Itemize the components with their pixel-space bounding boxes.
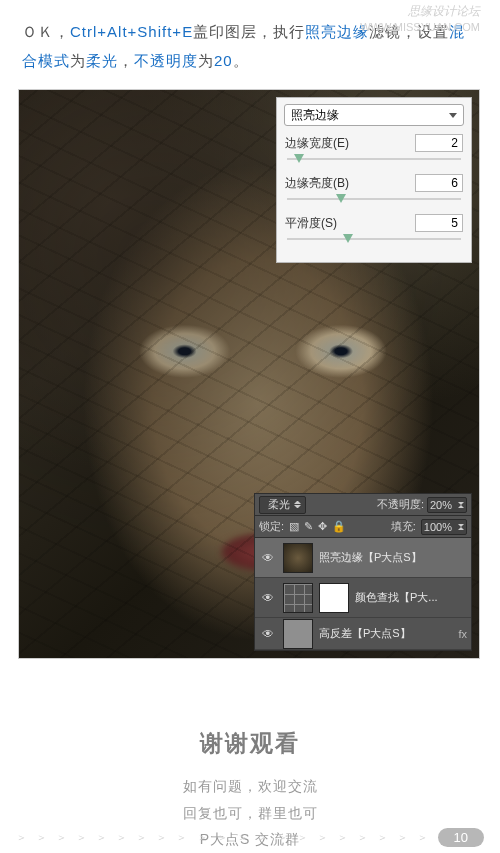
blend-mode-value: 柔光 bbox=[268, 497, 290, 512]
stepper-icon bbox=[458, 524, 464, 530]
fill-label: 填充: bbox=[391, 519, 416, 534]
watermark-url: WWW.MISSYUAN.COM bbox=[360, 20, 480, 34]
layer-name: 颜色查找【P大... bbox=[355, 590, 467, 605]
chevron-down-icon bbox=[449, 113, 457, 118]
footer-thanks: 谢谢观看 bbox=[0, 728, 500, 759]
param-smoothness: 平滑度(S) 5 bbox=[285, 214, 463, 232]
visibility-eye-icon[interactable]: 👁 bbox=[259, 591, 277, 605]
smoothness-value[interactable]: 5 bbox=[415, 214, 463, 232]
preview-image: 照亮边缘 边缘宽度(E) 2 边缘亮度(B) 6 平滑度(S) 5 bbox=[18, 89, 480, 659]
fill-value[interactable]: 100% bbox=[421, 519, 467, 535]
layer-name: 高反差【P大点S】 bbox=[319, 626, 452, 641]
slider-thumb-icon[interactable] bbox=[294, 154, 304, 163]
blend-mode-select[interactable]: 柔光 bbox=[259, 496, 306, 514]
layer-style-icon[interactable]: fx bbox=[458, 628, 467, 640]
layer-name: 照亮边缘【P大点S】 bbox=[319, 550, 467, 565]
layer-row[interactable]: 👁 照亮边缘【P大点S】 bbox=[255, 538, 471, 578]
opacity-label: 不透明度: bbox=[377, 497, 424, 512]
page-number-badge: 10 bbox=[438, 828, 484, 847]
filter-select-value: 照亮边缘 bbox=[291, 107, 339, 124]
param-edge-brightness: 边缘亮度(B) 6 bbox=[285, 174, 463, 192]
watermark-cn: 思缘设计论坛 bbox=[360, 4, 480, 20]
slider-thumb-icon[interactable] bbox=[336, 194, 346, 203]
filter-dialog: 照亮边缘 边缘宽度(E) 2 边缘亮度(B) 6 平滑度(S) 5 bbox=[276, 97, 472, 263]
lock-icons-group: ▧ ✎ ✥ 🔒 bbox=[289, 520, 346, 533]
bottom-bar: ＞ ＞ ＞ ＞ ＞ ＞ ＞ ＞ ＞ ＞ ＞ ＞ ＞ ＞ ＞ ＞ ＞ ＞ ＞ ＞ … bbox=[0, 828, 500, 847]
adjustment-layer-icon bbox=[283, 583, 313, 613]
lock-label: 锁定: bbox=[259, 519, 284, 534]
layers-panel: 柔光 不透明度: 20% 锁定: ▧ ✎ ✥ 🔒 填充: 100% bbox=[254, 493, 472, 651]
param-edge-width: 边缘宽度(E) 2 bbox=[285, 134, 463, 152]
layer-thumbnail bbox=[283, 543, 313, 573]
layers-panel-lock-row: 锁定: ▧ ✎ ✥ 🔒 填充: 100% bbox=[255, 516, 471, 538]
visibility-eye-icon[interactable]: 👁 bbox=[259, 627, 277, 641]
visibility-eye-icon[interactable]: 👁 bbox=[259, 551, 277, 565]
opacity-value[interactable]: 20% bbox=[427, 497, 467, 513]
layer-mask-thumbnail bbox=[319, 583, 349, 613]
edge-width-value[interactable]: 2 bbox=[415, 134, 463, 152]
edge-width-label: 边缘宽度(E) bbox=[285, 135, 349, 152]
dropdown-arrows-icon bbox=[294, 501, 301, 508]
lock-transparency-icon[interactable]: ▧ bbox=[289, 520, 299, 533]
filter-select[interactable]: 照亮边缘 bbox=[284, 104, 464, 126]
edge-brightness-slider[interactable] bbox=[287, 194, 461, 204]
lock-paint-icon[interactable]: ✎ bbox=[304, 520, 313, 533]
layer-row[interactable]: 👁 颜色查找【P大... bbox=[255, 578, 471, 618]
chevron-divider: ＞ ＞ ＞ ＞ ＞ ＞ ＞ ＞ ＞ ＞ ＞ ＞ ＞ ＞ ＞ ＞ ＞ ＞ ＞ ＞ … bbox=[16, 830, 434, 845]
layer-thumbnail bbox=[283, 619, 313, 649]
lock-all-icon[interactable]: 🔒 bbox=[332, 520, 346, 533]
smoothness-label: 平滑度(S) bbox=[285, 215, 337, 232]
stepper-icon bbox=[458, 502, 464, 508]
lock-position-icon[interactable]: ✥ bbox=[318, 520, 327, 533]
edge-brightness-value[interactable]: 6 bbox=[415, 174, 463, 192]
edge-width-slider[interactable] bbox=[287, 154, 461, 164]
watermark: 思缘设计论坛 WWW.MISSYUAN.COM bbox=[360, 4, 480, 34]
layers-panel-top-row: 柔光 不透明度: 20% bbox=[255, 494, 471, 516]
slider-thumb-icon[interactable] bbox=[343, 234, 353, 243]
smoothness-slider[interactable] bbox=[287, 234, 461, 244]
edge-brightness-label: 边缘亮度(B) bbox=[285, 175, 349, 192]
layer-row[interactable]: 👁 高反差【P大点S】 fx bbox=[255, 618, 471, 650]
